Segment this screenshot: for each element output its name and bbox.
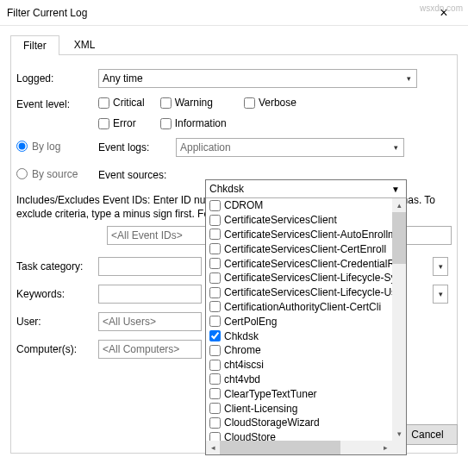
dropdown-item[interactable]: cht4iscsi — [206, 358, 394, 373]
dropdown-item-label: CloudStorageWizard — [224, 416, 320, 429]
dropdown-item-checkbox[interactable] — [209, 287, 221, 298]
by-source-radio[interactable]: By source — [16, 168, 78, 180]
error-checkbox[interactable]: Error — [98, 117, 136, 129]
dropdown-item-label: CertificateServicesClient — [224, 214, 337, 226]
event-logs-value: Application — [176, 138, 389, 157]
dropdown-item-label: Client-Licensing — [224, 403, 297, 415]
keywords-dropdown-button[interactable]: ▾ — [433, 285, 452, 304]
event-sources-label: Event sources: — [98, 169, 176, 181]
user-label: User: — [16, 316, 98, 328]
dropdown-item[interactable]: Chkdsk — [206, 329, 394, 343]
dropdown-item-checkbox[interactable] — [209, 215, 221, 226]
by-log-radio[interactable]: By log — [16, 141, 60, 153]
dropdown-item-checkbox[interactable] — [209, 229, 221, 240]
dropdown-item-label: CertificateServicesClient-Lifecycle-User — [224, 286, 394, 298]
tab-filter[interactable]: Filter — [10, 35, 59, 55]
watermark: wsxdn.com — [420, 3, 463, 13]
dropdown-item-checkbox[interactable] — [209, 373, 221, 385]
dropdown-item-label: CertificateServicesClient-AutoEnrollment — [224, 229, 394, 241]
chevron-down-icon[interactable]: ▾ — [402, 69, 417, 88]
dropdown-item[interactable]: CertificationAuthorityClient-CertCli — [206, 300, 394, 315]
dropdown-item-label: ClearTypeTextTuner — [224, 388, 317, 400]
dropdown-item-label: Chrome — [224, 344, 261, 356]
logged-label: Logged: — [16, 72, 98, 85]
dropdown-item[interactable]: cht4vbd — [206, 373, 394, 387]
dropdown-item-label: CertPolEng — [224, 316, 277, 328]
scroll-track[interactable] — [340, 441, 378, 454]
vertical-scrollbar[interactable]: ▴ ▾ — [392, 198, 406, 441]
scroll-thumb[interactable] — [220, 441, 340, 454]
scroll-up-icon[interactable]: ▴ — [392, 198, 406, 212]
dropdown-item-checkbox[interactable] — [209, 345, 221, 356]
chevron-down-icon: ▾ — [389, 138, 404, 157]
dropdown-item-checkbox[interactable] — [209, 272, 221, 284]
scroll-left-icon[interactable]: ◂ — [206, 441, 220, 454]
dropdown-item-label: Chkdsk — [224, 330, 259, 342]
dropdown-item[interactable]: CertificateServicesClient — [206, 213, 394, 228]
dropdown-item-checkbox[interactable] — [209, 388, 221, 399]
title-bar: Filter Current Log × — [0, 0, 468, 26]
dropdown-item-label: CertificateServicesClient-CertEnroll — [224, 243, 386, 255]
chevron-down-icon[interactable]: ▼ — [389, 185, 402, 194]
dropdown-item[interactable]: CertificateServicesClient-Lifecycle-User — [206, 285, 394, 300]
chevron-down-icon: ▾ — [433, 257, 448, 276]
task-category-input[interactable] — [98, 257, 202, 276]
dropdown-item-label: CertificateServicesClient-Lifecycle-Syst… — [224, 272, 394, 284]
event-logs-label: Event logs: — [98, 141, 176, 153]
window-title: Filter Current Log — [7, 7, 427, 19]
dropdown-item[interactable]: CDROM — [206, 198, 394, 213]
dialog-content: Filter XML Logged: Any time ▾ Event leve… — [0, 26, 468, 454]
dropdown-item-checkbox[interactable] — [209, 360, 221, 371]
chevron-down-icon: ▾ — [433, 285, 448, 304]
logged-combo[interactable]: Any time ▾ — [98, 69, 417, 88]
dropdown-item[interactable]: CertPolEng — [206, 314, 394, 329]
tab-strip: Filter XML — [10, 34, 458, 55]
computers-hint-input[interactable] — [98, 340, 202, 359]
scroll-down-icon[interactable]: ▾ — [392, 427, 406, 441]
critical-checkbox[interactable]: Critical — [98, 97, 145, 109]
dropdown-item-checkbox[interactable] — [209, 330, 221, 341]
verbose-checkbox[interactable]: Verbose — [244, 97, 296, 109]
dropdown-item-checkbox[interactable] — [209, 243, 221, 254]
dropdown-item[interactable]: CertificateServicesClient-CertEnroll — [206, 241, 394, 256]
dropdown-item[interactable]: Chrome — [206, 343, 394, 358]
dropdown-item-checkbox[interactable] — [209, 258, 221, 269]
dropdown-item[interactable]: ClearTypeTextTuner — [206, 386, 394, 401]
dropdown-item-checkbox[interactable] — [209, 417, 221, 429]
event-level-label: Event level: — [16, 97, 98, 110]
task-category-dropdown-button[interactable]: ▾ — [433, 257, 452, 276]
warning-checkbox[interactable]: Warning — [160, 97, 213, 109]
dropdown-item-checkbox[interactable] — [209, 301, 221, 312]
information-checkbox[interactable]: Information — [160, 117, 227, 129]
dropdown-item-label: CertificationAuthorityClient-CertCli — [224, 301, 381, 313]
event-sources-list: CDROMCertificateServicesClientCertificat… — [206, 198, 406, 454]
dropdown-item-label: CDROM — [224, 199, 263, 211]
dropdown-item-checkbox[interactable] — [209, 403, 221, 414]
event-ids-hint-input[interactable] — [107, 226, 210, 245]
tab-xml[interactable]: XML — [61, 34, 109, 54]
event-sources-combo[interactable]: Chkdsk ▼ — [206, 180, 406, 198]
horizontal-scrollbar[interactable]: ◂ ▸ — [206, 441, 392, 454]
computers-label: Computer(s): — [16, 343, 98, 355]
scroll-thumb[interactable] — [392, 212, 406, 264]
dropdown-item[interactable]: Client-Licensing — [206, 401, 394, 416]
dropdown-item[interactable]: CertificateServicesClient-Lifecycle-Syst… — [206, 271, 394, 285]
keywords-input[interactable] — [98, 285, 202, 304]
dropdown-item[interactable]: CloudStorageWizard — [206, 416, 394, 430]
dropdown-item-checkbox[interactable] — [209, 316, 221, 327]
dropdown-item-label: cht4iscsi — [224, 359, 264, 371]
event-logs-combo: Application ▾ — [176, 138, 404, 157]
dropdown-item[interactable]: CertificateServicesClient-CredentialRoam… — [206, 256, 394, 271]
task-category-label: Task category: — [16, 260, 98, 272]
scroll-right-icon[interactable]: ▸ — [378, 441, 392, 454]
dropdown-item[interactable]: CertificateServicesClient-AutoEnrollment — [206, 228, 394, 242]
dropdown-item-checkbox[interactable] — [209, 200, 221, 211]
event-sources-selected: Chkdsk — [209, 183, 244, 195]
scroll-corner — [392, 441, 406, 454]
dropdown-item-label: cht4vbd — [224, 373, 260, 385]
event-sources-dropdown[interactable]: Chkdsk ▼ CDROMCertificateServicesClientC… — [205, 179, 407, 455]
keywords-label: Keywords: — [16, 288, 98, 300]
user-hint-input[interactable] — [98, 312, 202, 331]
logged-value: Any time — [98, 69, 402, 88]
scroll-track[interactable] — [392, 264, 406, 427]
